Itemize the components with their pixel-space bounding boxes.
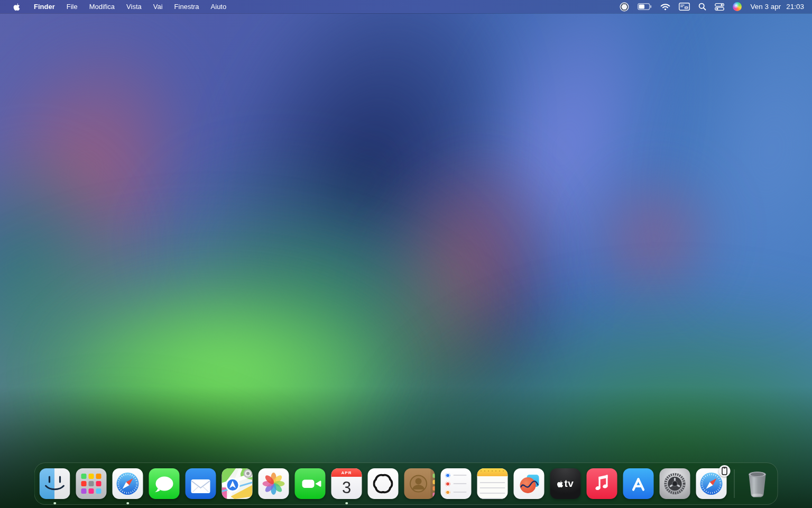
dock-separator <box>734 469 735 498</box>
dock-item-safari-from-iphone[interactable] <box>696 468 727 499</box>
menu-file[interactable]: File <box>61 0 84 13</box>
dock: APR 3 <box>34 462 778 505</box>
menu-vista[interactable]: Vista <box>121 0 147 13</box>
dock-item-appletv[interactable]: tv <box>550 468 581 499</box>
maps-icon <box>222 468 253 499</box>
wifi-icon[interactable] <box>660 3 670 11</box>
appletv-icon: tv <box>550 468 581 499</box>
apple-logo-icon <box>557 480 564 488</box>
reminder-bullet <box>446 473 450 478</box>
iphone-handoff-badge <box>719 465 731 477</box>
siri-icon[interactable] <box>733 2 742 11</box>
dock-item-reminders[interactable] <box>441 468 472 499</box>
battery-icon[interactable] <box>638 3 652 10</box>
dock-item-contacts[interactable] <box>404 468 435 499</box>
dock-item-freeform[interactable] <box>514 468 545 499</box>
appstore-icon <box>623 468 654 499</box>
clock-time: 21:03 <box>786 3 804 11</box>
contacts-tab <box>433 474 435 478</box>
launchpad-icon <box>76 468 107 499</box>
dock-item-system-settings[interactable] <box>660 468 690 499</box>
freeform-icon <box>514 468 545 499</box>
dock-item-mail[interactable] <box>186 468 216 499</box>
menu-finestra[interactable]: Finestra <box>169 0 205 13</box>
music-icon <box>587 468 617 499</box>
facetime-icon <box>295 468 326 499</box>
menu-aiuto[interactable]: Aiuto <box>205 0 233 13</box>
photos-icon <box>259 468 289 499</box>
reminder-bullet <box>446 490 450 495</box>
reminder-line <box>454 483 467 485</box>
contacts-tab <box>433 486 435 491</box>
reminder-line <box>454 492 467 493</box>
finder-icon <box>40 468 70 499</box>
apple-logo-icon <box>13 3 20 11</box>
running-indicator <box>126 502 129 505</box>
running-indicator <box>53 502 56 505</box>
reminder-line <box>454 475 467 476</box>
chatgpt-icon <box>368 468 399 499</box>
keyboard-input-icon[interactable] <box>679 3 690 11</box>
trash-icon <box>742 468 773 499</box>
dock-item-music[interactable] <box>587 468 617 499</box>
control-center-icon[interactable] <box>715 3 724 11</box>
menu-modifica[interactable]: Modifica <box>84 0 121 13</box>
contacts-icon <box>404 468 435 499</box>
dock-item-photos[interactable] <box>259 468 289 499</box>
reminders-icon <box>441 468 472 499</box>
chatgpt-menubar-icon[interactable] <box>620 2 629 12</box>
safari-icon <box>113 468 143 499</box>
menu-bar-status-area: Ven 3 apr 21:03 <box>620 2 812 12</box>
notes-icon <box>477 468 508 499</box>
macos-desktop: Finder File Modifica Vista Vai Finestra … <box>0 0 812 508</box>
mail-icon <box>186 468 216 499</box>
spotlight-search-icon[interactable] <box>698 3 706 11</box>
menu-bar-clock[interactable]: Ven 3 apr 21:03 <box>750 3 804 11</box>
dock-item-maps[interactable] <box>222 468 253 499</box>
messages-icon <box>149 468 180 499</box>
menu-app-finder[interactable]: Finder <box>28 0 61 13</box>
reminder-bullet <box>446 482 450 486</box>
calendar-icon: APR 3 <box>331 468 362 499</box>
dock-item-messages[interactable] <box>149 468 180 499</box>
contacts-tab <box>433 480 435 484</box>
calendar-day: 3 <box>331 477 362 499</box>
dock-item-calendar[interactable]: APR 3 <box>331 468 362 499</box>
dock-item-finder[interactable] <box>40 468 70 499</box>
menu-bar: Finder File Modifica Vista Vai Finestra … <box>0 0 812 13</box>
clock-date: Ven 3 apr <box>750 3 781 11</box>
appletv-tv-label: tv <box>565 478 574 489</box>
dock-item-chatgpt[interactable] <box>368 468 399 499</box>
apple-menu[interactable] <box>10 0 23 13</box>
menu-vai[interactable]: Vai <box>147 0 169 13</box>
dock-item-facetime[interactable] <box>295 468 326 499</box>
dock-item-trash[interactable] <box>742 468 773 499</box>
running-indicator <box>345 502 348 505</box>
dock-item-launchpad[interactable] <box>76 468 107 499</box>
dock-item-notes[interactable] <box>477 468 508 499</box>
desktop-wallpaper[interactable] <box>0 0 812 508</box>
notes-header <box>477 468 508 477</box>
contacts-tab <box>433 493 435 497</box>
system-settings-icon <box>660 468 690 499</box>
dock-item-appstore[interactable] <box>623 468 654 499</box>
dock-item-safari[interactable] <box>113 468 143 499</box>
calendar-month: APR <box>331 468 362 477</box>
